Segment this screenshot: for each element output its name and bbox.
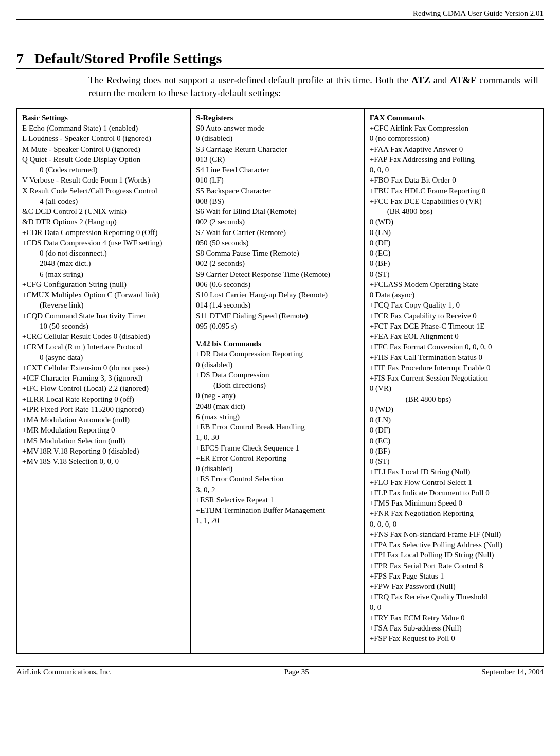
section-heading: 7 Default/Stored Profile Settings — [16, 50, 544, 67]
setting-line: +ESR Selective Repeat 1 — [196, 495, 359, 505]
setting-line: +DR Data Compression Reporting — [196, 349, 359, 359]
footer-center: Page 35 — [284, 668, 309, 676]
setting-line: +MV18S V.18 Selection 0, 0, 0 — [22, 456, 185, 466]
section-number: 7 — [16, 50, 24, 66]
intro-prefix: The Redwing does not support a user-defi… — [88, 75, 411, 85]
setting-line: 0, 0 — [370, 602, 538, 613]
setting-line: 0 Data (async) — [370, 290, 538, 300]
setting-line: +ETBM Termination Buffer Management — [196, 505, 359, 515]
setting-line: Q Quiet - Result Code Display Option — [22, 154, 185, 165]
setting-line: 0 (disabled) — [196, 463, 359, 474]
setting-line: +FFC Fax Format Conversion 0, 0, 0, 0 — [370, 341, 538, 352]
setting-line: +FCLASS Modem Operating State — [370, 279, 538, 290]
setting-line-indent: 6 (max string) — [22, 269, 185, 279]
setting-line: +FLI Fax Local ID String (Null) — [370, 466, 538, 477]
setting-line: +MS Modulation Selection (null) — [22, 436, 185, 446]
setting-line: 0 (EC) — [370, 248, 538, 258]
header-rule — [16, 19, 544, 20]
setting-line-indent: 0 (async data) — [22, 352, 185, 363]
setting-line: M Mute - Speaker Control 0 (ignored) — [22, 144, 185, 154]
setting-line: +FAA Fax Adaptive Answer 0 — [370, 144, 538, 154]
setting-line: +CQD Command State Inactivity Timer — [22, 311, 185, 321]
setting-line: 1, 0, 30 — [196, 432, 359, 442]
setting-line: 0 (disabled) — [196, 133, 359, 143]
setting-line: +EFCS Frame Check Sequence 1 — [196, 443, 359, 453]
setting-line-indent: (BR 4800 bps) — [370, 394, 538, 404]
intro-atf: AT&F — [450, 75, 476, 85]
footer-left: AirLink Communications, Inc. — [16, 668, 112, 676]
fax-commands-head: FAX Commands — [370, 113, 538, 123]
setting-line: 014 (1.4 seconds) — [196, 300, 359, 310]
setting-line: 095 (0.095 s) — [196, 321, 359, 331]
setting-line: S5 Backspace Character — [196, 186, 359, 196]
setting-line: +FCQ Fax Copy Quality 1, 0 — [370, 300, 538, 310]
setting-line: +FRY Fax ECM Retry Value 0 — [370, 613, 538, 623]
setting-line: 008 (BS) — [196, 196, 359, 206]
setting-line: 010 (LF) — [196, 175, 359, 185]
intro-atz: ATZ — [411, 75, 430, 85]
setting-line-indent: (Both directions) — [196, 380, 359, 390]
setting-line-indent: 2048 (max dict.) — [22, 258, 185, 268]
setting-line: S7 Wait for Carrier (Remote) — [196, 227, 359, 238]
setting-line: V Verbose - Result Code Form 1 (Words) — [22, 175, 185, 185]
setting-line: 0 (DF) — [370, 238, 538, 248]
setting-line: +DS Data Compression — [196, 370, 359, 380]
setting-line: &D DTR Options 2 (Hang up) — [22, 217, 185, 227]
setting-line: 050 (50 seconds) — [196, 238, 359, 248]
sregisters-head: S-Registers — [196, 113, 359, 123]
setting-line: +FIS Fax Current Session Negotiation — [370, 373, 538, 383]
setting-line: S6 Wait for Blind Dial (Remote) — [196, 206, 359, 217]
setting-line-indent: (Reverse link) — [22, 300, 185, 310]
v42bis-head: V.42 bis Commands — [196, 338, 359, 349]
basic-settings-head: Basic Settings — [22, 113, 185, 123]
col-basic-settings: Basic Settings E Echo (Command State) 1 … — [17, 108, 191, 653]
section-underline — [16, 68, 544, 69]
setting-line: +MV18R V.18 Reporting 0 (disabled) — [22, 446, 185, 456]
col-fax-commands: FAX Commands +CFC Airlink Fax Compressio… — [364, 108, 543, 653]
setting-line: 0, 0, 0 — [370, 165, 538, 175]
setting-line: +EB Error Control Break Handling — [196, 422, 359, 432]
setting-line: 002 (2 seconds) — [196, 217, 359, 227]
setting-line: +FNS Fax Non-standard Frame FIF (Null) — [370, 529, 538, 539]
page-footer: AirLink Communications, Inc. Page 35 Sep… — [16, 667, 544, 676]
setting-line-indent: (BR 4800 bps) — [370, 206, 538, 217]
setting-line: 0 (LN) — [370, 415, 538, 425]
setting-line: 0, 0, 0, 0 — [370, 519, 538, 529]
setting-line: +ER Error Control Reporting — [196, 453, 359, 463]
setting-line: E Echo (Command State) 1 (enabled) — [22, 123, 185, 133]
setting-line: 0 (BF) — [370, 258, 538, 268]
setting-line: +IPR Fixed Port Rate 115200 (ignored) — [22, 404, 185, 415]
setting-line: +FIE Fax Procedure Interrupt Enable 0 — [370, 363, 538, 373]
intro-paragraph: The Redwing does not support a user-defi… — [88, 74, 538, 100]
setting-line: +FPW Fax Password (Null) — [370, 581, 538, 591]
setting-line: +IFC Flow Control (Local) 2,2 (ignored) — [22, 383, 185, 393]
setting-line: S10 Lost Carrier Hang-up Delay (Remote) — [196, 290, 359, 300]
col-sregisters-v42: S-Registers S0 Auto-answer mode0 (disabl… — [190, 108, 364, 653]
setting-line: 0 (EC) — [370, 436, 538, 446]
setting-line: +CRM Local (R m ) Interface Protocol — [22, 341, 185, 352]
setting-line: L Loudness - Speaker Control 0 (ignored) — [22, 133, 185, 143]
setting-line: +CXT Cellular Extension 0 (do not pass) — [22, 363, 185, 373]
setting-line: +FLO Fax Flow Control Select 1 — [370, 477, 538, 488]
setting-line: +FHS Fax Call Termination Status 0 — [370, 352, 538, 363]
setting-line: 0 (BF) — [370, 446, 538, 456]
setting-line: +FNR Fax Negotiation Reporting — [370, 508, 538, 518]
setting-line: +FLP Fax Indicate Document to Poll 0 — [370, 488, 538, 498]
setting-line: S0 Auto-answer mode — [196, 123, 359, 133]
setting-line: S3 Carriage Return Character — [196, 144, 359, 154]
setting-line: 1, 1, 20 — [196, 515, 359, 526]
setting-line: +FPA Fax Selective Polling Address (Null… — [370, 539, 538, 550]
setting-line: &C DCD Control 2 (UNIX wink) — [22, 206, 185, 217]
setting-line: 3, 0, 2 — [196, 484, 359, 495]
setting-line: +MR Modulation Reporting 0 — [22, 425, 185, 435]
setting-line: +FAP Fax Addressing and Polling — [370, 154, 538, 165]
setting-line: 0 (ST) — [370, 269, 538, 279]
setting-line: 0 (neg - any) — [196, 390, 359, 401]
setting-line: +MA Modulation Automode (null) — [22, 415, 185, 425]
setting-line-indent: 4 (all codes) — [22, 196, 185, 206]
setting-line: +CFG Configuration String (null) — [22, 279, 185, 290]
setting-line: +FPS Fax Page Status 1 — [370, 571, 538, 581]
setting-line: 0 (ST) — [370, 456, 538, 466]
setting-line: +FSA Fax Sub-address (Null) — [370, 623, 538, 633]
setting-line: 006 (0.6 seconds) — [196, 279, 359, 290]
